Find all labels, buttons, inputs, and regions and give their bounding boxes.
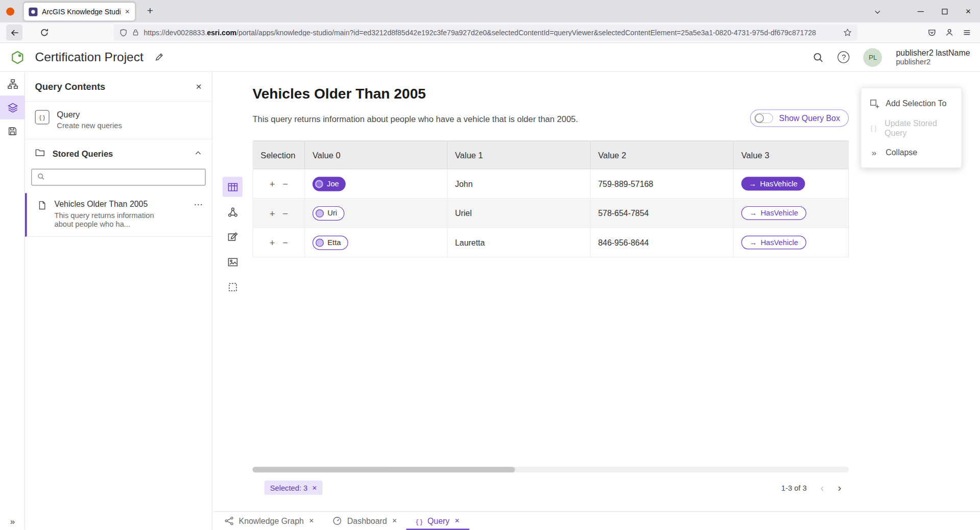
view-toolbar <box>223 177 243 297</box>
stored-queries-header[interactable]: Stored Queries <box>25 139 212 166</box>
search-icon[interactable] <box>813 52 824 63</box>
user-avatar[interactable]: PL <box>864 48 882 67</box>
value-cell: 759-889-57168 <box>591 170 734 198</box>
stored-query-item[interactable]: Vehicles Older Than 2005 This query retu… <box>25 193 212 237</box>
edit-title-icon[interactable] <box>155 53 164 62</box>
profile-avatar-icon[interactable] <box>6 8 14 16</box>
url-text[interactable]: https://dev0028833.esri.com/portal/apps/… <box>144 29 839 36</box>
results-table: Selection Value 0 Value 1 Value 2 Value … <box>252 140 849 257</box>
menu-item-add-selection-to[interactable]: Add Selection To <box>862 91 962 116</box>
remove-from-selection-button[interactable]: − <box>282 238 288 247</box>
value-cell: Uriel <box>447 199 590 227</box>
image-view-icon[interactable] <box>223 252 243 272</box>
account-icon[interactable] <box>945 28 954 37</box>
browser-tab-title: ArcGIS Knowledge Studio <box>42 8 121 15</box>
tracking-shield-icon[interactable] <box>119 29 128 37</box>
horizontal-scrollbar[interactable] <box>252 467 849 472</box>
next-page-icon[interactable]: › <box>838 481 841 494</box>
pocket-icon[interactable] <box>927 28 936 37</box>
layers-icon[interactable] <box>0 95 25 119</box>
minimize-button[interactable] <box>909 0 933 22</box>
link-chart-icon[interactable] <box>223 202 243 222</box>
column-header[interactable]: Value 1 <box>447 141 590 169</box>
relationship-pill[interactable]: → HasVehicle <box>742 235 806 249</box>
arrow-right-icon: → <box>749 238 757 247</box>
tab-query[interactable]: { } Query ✕ <box>407 512 469 529</box>
entity-pill[interactable]: Joe <box>313 177 346 191</box>
new-query-item[interactable]: { } Query Create new queries <box>25 102 212 139</box>
list-tabs-icon[interactable] <box>874 7 881 18</box>
braces-icon: { } <box>416 517 422 525</box>
stored-queries-search[interactable] <box>31 168 205 185</box>
close-tab-icon[interactable]: ✕ <box>309 517 314 524</box>
relationship-label: HasVehicle <box>760 209 798 218</box>
add-to-selection-button[interactable]: + <box>270 179 275 188</box>
maximize-button[interactable] <box>933 0 957 22</box>
toggle-switch[interactable] <box>755 113 774 124</box>
close-tab-icon[interactable]: ✕ <box>455 517 460 524</box>
remove-from-selection-button[interactable]: − <box>282 179 288 188</box>
menu-icon[interactable] <box>963 28 971 37</box>
selected-count-label: Selected: 3 <box>270 484 307 492</box>
column-header[interactable]: Value 3 <box>734 141 848 169</box>
new-tab-button[interactable]: + <box>142 4 157 18</box>
table-row[interactable]: + − Etta Lauretta 846-956-8644 → <box>253 228 848 258</box>
column-header[interactable]: Value 2 <box>591 141 734 169</box>
close-button[interactable]: ✕ <box>957 0 980 22</box>
reload-button[interactable] <box>36 25 53 41</box>
tab-dashboard[interactable]: Dashboard ✕ <box>323 512 407 529</box>
relationship-pill[interactable]: → HasVehicle <box>742 206 806 220</box>
menu-item-collapse[interactable]: » Collapse <box>862 140 962 164</box>
previous-page-icon[interactable]: ‹ <box>821 481 824 494</box>
user-info[interactable]: publisher2 lastName publisher2 <box>896 48 970 67</box>
save-icon[interactable] <box>0 119 25 143</box>
add-to-selection-button[interactable]: + <box>270 238 275 247</box>
selected-count-chip[interactable]: Selected: 3 ✕ <box>265 480 323 495</box>
tab-close-icon[interactable]: ✕ <box>125 8 130 15</box>
tab-knowledge-graph[interactable]: Knowledge Graph ✕ <box>215 512 323 529</box>
selection-cell: + − <box>253 228 305 257</box>
close-tab-icon[interactable]: ✕ <box>392 517 397 524</box>
browser-tab[interactable]: ArcGIS Knowledge Studio ✕ <box>24 3 135 20</box>
table-row[interactable]: + − Joe John 759-889-57168 → <box>253 170 848 199</box>
relationship-pill[interactable]: → HasVehicle <box>742 177 805 190</box>
entity-pill[interactable]: Etta <box>313 235 348 250</box>
query-contents-panel: Query Contents ✕ { } Query Create new qu… <box>25 72 212 530</box>
bookmark-star-icon[interactable] <box>843 28 852 37</box>
edit-map-icon[interactable] <box>223 227 243 247</box>
table-row[interactable]: + − Uri Uriel 578-654-7854 → <box>253 199 848 228</box>
arrow-right-icon: → <box>749 179 756 188</box>
search-input[interactable] <box>49 173 200 181</box>
item-options-icon[interactable]: ⋯ <box>194 199 203 229</box>
chevron-up-icon[interactable] <box>195 148 202 159</box>
menu-item-label: Update Stored Query <box>885 118 953 137</box>
panel-close-icon[interactable]: ✕ <box>196 82 202 91</box>
data-model-icon[interactable] <box>0 72 25 96</box>
show-query-box-toggle[interactable]: Show Query Box <box>750 109 849 127</box>
help-icon[interactable]: ? <box>838 51 850 63</box>
arcgis-knowledge-logo[interactable] <box>10 50 25 64</box>
value-cell: Lauretta <box>447 228 590 257</box>
remove-from-selection-button[interactable]: − <box>282 208 288 218</box>
entity-pill[interactable]: Uri <box>313 206 345 220</box>
navbar-actions <box>927 28 974 37</box>
selection-tool-icon[interactable] <box>223 277 243 297</box>
page-description: This query returns information about peo… <box>252 114 578 124</box>
relationship-cell: → HasVehicle <box>734 199 848 227</box>
back-button[interactable] <box>6 25 22 41</box>
scrollbar-thumb[interactable] <box>252 467 515 472</box>
stored-query-title: Vehicles Older Than 2005 <box>54 199 160 208</box>
entity-cell: Etta <box>305 228 447 257</box>
column-header[interactable]: Value 0 <box>305 141 447 169</box>
folder-icon <box>35 148 45 160</box>
expand-rail-icon[interactable]: » <box>0 516 25 526</box>
table-view-icon[interactable] <box>223 177 243 197</box>
clear-selection-icon[interactable]: ✕ <box>312 485 317 491</box>
column-header[interactable]: Selection <box>253 141 305 169</box>
entity-cell: Joe <box>305 170 447 198</box>
lock-icon[interactable] <box>132 29 139 36</box>
menu-item-update-stored-query[interactable]: { } Update Stored Query <box>862 115 962 140</box>
new-query-description: Create new queries <box>57 121 122 130</box>
url-bar[interactable]: https://dev0028833.esri.com/portal/apps/… <box>114 25 857 41</box>
add-to-selection-button[interactable]: + <box>270 208 275 218</box>
